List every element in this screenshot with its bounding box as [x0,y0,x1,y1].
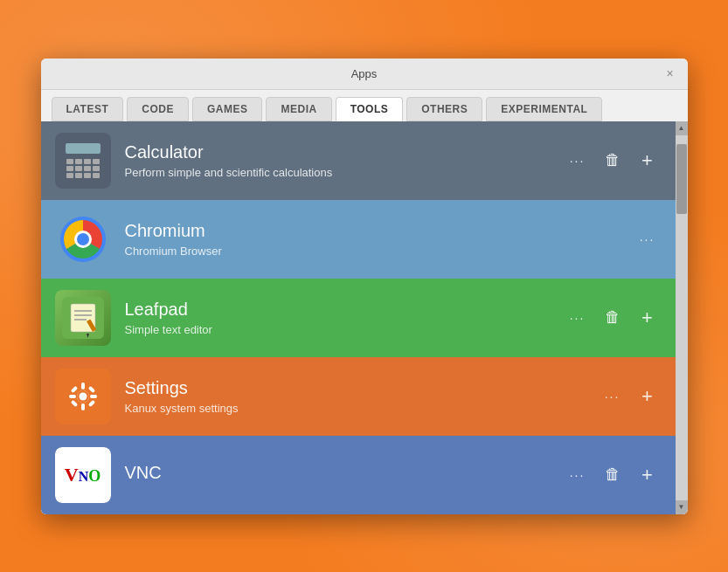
app-row-leafpad: Leafpad Simple text editor ··· 🗑 + [41,279,676,357]
tab-tools[interactable]: TOOLS [336,97,404,121]
tab-latest[interactable]: LATEST [52,97,124,121]
svg-rect-15 [81,382,85,389]
close-button[interactable]: × [662,65,679,82]
leafpad-info: Leafpad Simple text editor [125,300,564,336]
app-row-chromium: Chromium Chromium Browser ··· [41,200,676,279]
settings-desc: Kanux system settings [125,402,599,415]
settings-actions: ··· + [599,382,662,410]
svg-rect-21 [70,399,77,406]
calculator-actions: ··· 🗑 + [564,147,662,175]
svg-rect-20 [87,385,94,392]
chromium-actions: ··· [634,225,662,253]
svg-rect-16 [81,403,85,410]
chromium-more-button[interactable]: ··· [634,225,662,253]
chromium-icon [55,211,111,267]
tab-games[interactable]: GAMES [192,97,263,121]
tab-code[interactable]: CODE [127,97,189,121]
settings-name: Settings [125,378,599,398]
apps-window: Apps × LATEST CODE GAMES MEDIA TOOLS OTH… [41,59,688,514]
svg-rect-22 [87,399,94,406]
app-list-container: Calculator Perform simple and scientific… [41,121,688,514]
scrollbar: ▲ ▼ [676,121,688,514]
scroll-down-button[interactable]: ▼ [676,500,688,514]
calculator-icon [55,133,111,189]
leafpad-icon [55,290,111,346]
tab-bar: LATEST CODE GAMES MEDIA TOOLS OTHERS EXP… [41,90,688,121]
chromium-info: Chromium Chromium Browser [125,221,634,258]
app-row-calculator: Calculator Perform simple and scientific… [41,121,676,200]
vnc-name: VNC [125,463,564,483]
titlebar: Apps × [41,59,688,90]
calculator-delete-button[interactable]: 🗑 [599,147,627,175]
svg-rect-19 [70,385,77,392]
scroll-track[interactable] [676,135,688,500]
calculator-add-button[interactable]: + [634,147,662,175]
vnc-actions: ··· 🗑 + [564,461,662,489]
settings-icon [55,369,111,424]
leafpad-name: Leafpad [125,300,564,320]
scroll-up-button[interactable]: ▲ [676,121,688,135]
svg-point-4 [77,233,89,245]
leafpad-desc: Simple text editor [125,323,564,336]
app-list: Calculator Perform simple and scientific… [41,121,676,514]
calculator-more-button[interactable]: ··· [564,147,592,175]
vnc-delete-button[interactable]: 🗑 [599,461,627,489]
chromium-desc: Chromium Browser [125,245,634,258]
svg-rect-18 [90,395,97,398]
leafpad-actions: ··· 🗑 + [564,304,662,332]
tab-experimental[interactable]: EXPERIMENTAL [486,97,602,121]
window-title: Apps [351,67,378,80]
scroll-thumb[interactable] [676,144,687,214]
settings-add-button[interactable]: + [634,382,662,410]
tab-others[interactable]: OTHERS [406,97,482,121]
leafpad-more-button[interactable]: ··· [564,304,592,332]
chromium-name: Chromium [125,221,634,241]
settings-info: Settings Kanux system settings [125,378,599,415]
vnc-more-button[interactable]: ··· [564,461,592,489]
vnc-info: VNC [125,463,564,486]
calculator-info: Calculator Perform simple and scientific… [125,142,564,179]
svg-point-14 [79,392,87,400]
svg-rect-17 [69,395,76,398]
app-row-settings: Settings Kanux system settings ··· + [41,357,676,436]
leafpad-delete-button[interactable]: 🗑 [599,304,627,332]
app-row-vnc: VNO VNC ··· 🗑 + [41,436,676,514]
vnc-icon: VNO [55,447,111,503]
tab-media[interactable]: MEDIA [266,97,331,121]
settings-more-button[interactable]: ··· [599,382,627,410]
leafpad-add-button[interactable]: + [634,304,662,332]
vnc-add-button[interactable]: + [634,461,662,489]
calculator-desc: Perform simple and scientific calculatio… [125,166,564,179]
calculator-name: Calculator [125,142,564,162]
